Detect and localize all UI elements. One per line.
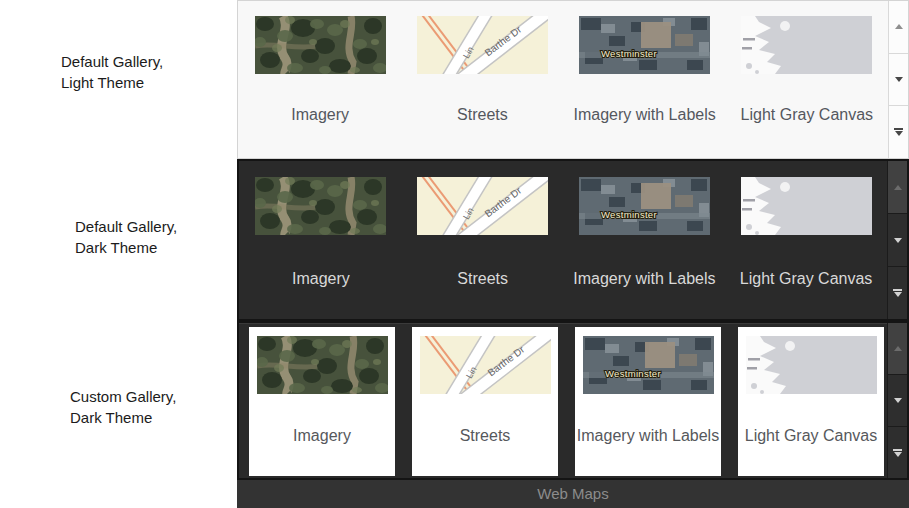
imagery-thumbnail [257,336,388,394]
gallery-card-imagery-with-labels[interactable]: Imagery with Labels [575,327,721,476]
gallery-item-label: Imagery [292,270,350,288]
streets-thumbnail [417,16,548,74]
basemap-gallery-custom: Imagery Streets Imagery with Labels Ligh… [237,321,909,480]
triangle-down-icon [894,238,902,243]
basemap-gallery-light: Imagery Streets Imagery with Labels Ligh… [237,0,909,159]
annotation-line: Dark Theme [75,237,177,258]
triangle-up-icon [895,24,903,29]
triangle-down-icon [894,398,902,403]
triangle-down-icon [895,77,903,82]
gallery-expand-button[interactable] [889,105,908,158]
gallery-item-imagery-with-labels[interactable]: Imagery with Labels [564,1,726,158]
annotation-default-dark: Default Gallery, Dark Theme [75,216,177,258]
imagery-with-labels-thumbnail [583,336,714,394]
gallery-expand-icon [893,449,902,457]
gallery-scrollbar [887,323,907,478]
light-gray-canvas-thumbnail [746,336,877,394]
annotation-default-light: Default Gallery, Light Theme [61,51,163,93]
annotation-line: Light Theme [61,72,163,93]
gallery-card-streets[interactable]: Streets [412,327,558,476]
web-maps-group-label: Web Maps [237,480,909,508]
gallery-item-label: Imagery [293,427,351,445]
annotation-line: Default Gallery, [75,216,177,237]
gallery-item-label: Light Gray Canvas [745,427,878,445]
gallery-item-streets[interactable]: Streets [401,1,563,158]
gallery-items: Imagery Streets Imagery with Labels Ligh… [240,161,887,319]
gallery-card-imagery[interactable]: Imagery [249,327,395,476]
page: Default Gallery, Light Theme Default Gal… [0,0,909,508]
scroll-down-button[interactable] [888,213,907,266]
light-gray-canvas-thumbnail [741,16,872,74]
gallery-cards: Imagery Streets Imagery with Labels Ligh… [249,327,884,476]
gallery-item-light-gray-canvas[interactable]: Light Gray Canvas [725,161,887,319]
gallery-card-light-gray-canvas[interactable]: Light Gray Canvas [738,327,884,476]
scroll-down-button[interactable] [889,53,908,106]
gallery-item-label: Imagery with Labels [573,106,715,124]
streets-thumbnail [420,336,551,394]
imagery-with-labels-thumbnail [579,16,710,74]
gallery-item-label: Light Gray Canvas [741,106,874,124]
annotation-line: Dark Theme [70,407,176,428]
gallery-expand-button[interactable] [888,426,907,478]
scroll-up-button[interactable] [888,161,907,213]
annotation-line: Custom Gallery, [70,386,176,407]
scroll-down-button[interactable] [888,374,907,426]
gallery-scrollbar [888,1,908,158]
gallery-item-imagery[interactable]: Imagery [240,161,402,319]
gallery-items: Imagery Streets Imagery with Labels Ligh… [239,1,888,158]
imagery-with-labels-thumbnail [579,177,710,235]
gallery-expand-icon [894,128,903,136]
gallery-item-label: Imagery with Labels [577,427,719,445]
gallery-item-label: Imagery with Labels [573,270,715,288]
triangle-up-icon [894,185,902,190]
gallery-item-label: Imagery [291,106,349,124]
gallery-expand-button[interactable] [888,266,907,319]
gallery-item-light-gray-canvas[interactable]: Light Gray Canvas [726,1,888,158]
gallery-item-imagery-with-labels[interactable]: Imagery with Labels [564,161,726,319]
annotation-custom-dark: Custom Gallery, Dark Theme [70,386,176,428]
annotation-line: Default Gallery, [61,51,163,72]
gallery-item-label: Streets [460,427,511,445]
light-gray-canvas-thumbnail [741,177,872,235]
streets-thumbnail [417,177,548,235]
scroll-up-button[interactable] [889,1,908,53]
scroll-up-button[interactable] [888,323,907,374]
gallery-item-label: Light Gray Canvas [740,270,873,288]
triangle-up-icon [894,346,902,351]
gallery-expand-icon [893,289,902,297]
gallery-item-label: Streets [457,270,508,288]
gallery-item-label: Streets [457,106,508,124]
basemap-gallery-dark: Imagery Streets Imagery with Labels Ligh… [237,159,909,321]
gallery-scrollbar [887,161,907,319]
imagery-thumbnail [255,16,386,74]
imagery-thumbnail [255,177,386,235]
gallery-item-imagery[interactable]: Imagery [239,1,401,158]
gallery-item-streets[interactable]: Streets [402,161,564,319]
